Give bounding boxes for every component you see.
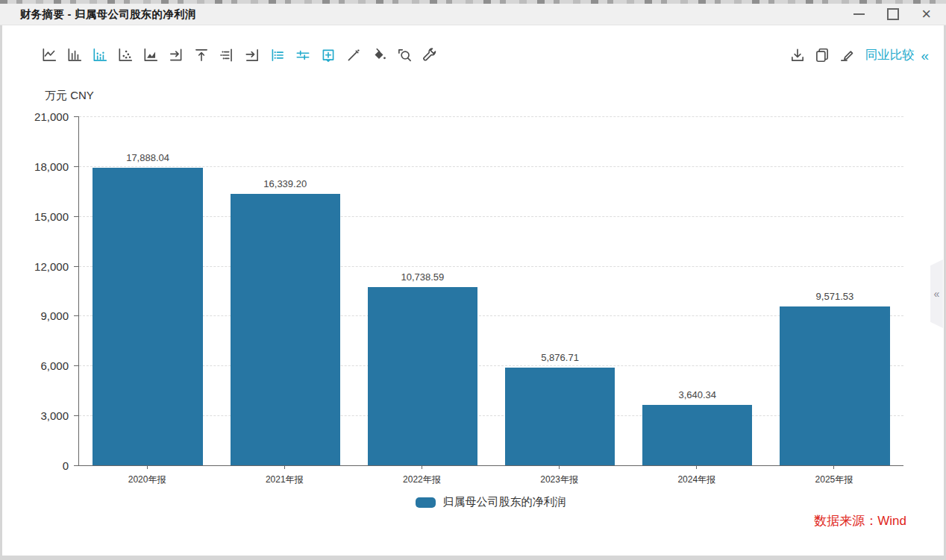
x-axis-label: 2022年报 [353,474,490,486]
y-axis-tick [74,266,78,267]
bar-value-label: 16,339.20 [216,178,354,189]
bar-value-label: 10,738.59 [354,271,491,283]
x-axis-cell: 2020年报 [78,465,216,486]
toolbar-right-group: 同业比较 « [785,43,929,67]
chart-toolbar: 同业比较 « [37,42,929,69]
toolbar-right-icons [785,43,859,67]
y-axis-tick [74,415,78,416]
y-axis-tick [74,166,78,167]
x-axis-tick [559,465,560,469]
scatter-chart-icon[interactable] [113,43,138,67]
bar-value-label: 3,640.34 [629,389,766,400]
bar-2025年报[interactable] [780,306,889,465]
x-axis-cell: 2021年报 [216,465,353,486]
chart-legend[interactable]: 归属母公司股东的净利润 [78,495,903,509]
bar-2021年报[interactable] [231,194,340,465]
window-controls: × [853,8,931,20]
x-axis: 2020年报2021年报2022年报2023年报2024年报2025年报 [78,465,903,486]
x-axis-label: 2024年报 [628,474,765,486]
copy-icon[interactable] [809,43,834,67]
shift-right-icon[interactable] [163,43,189,67]
maximize-button[interactable] [887,8,899,20]
download-icon[interactable] [785,43,809,67]
x-axis-tick [833,465,834,469]
bar-chart-icon[interactable] [62,43,87,67]
bar-value-label: 9,571.53 [766,291,903,302]
y-axis-label: 0 [3,459,69,472]
side-panel-expand-handle[interactable]: « [930,259,943,328]
bar-value-label: 17,888.04 [79,152,216,163]
legend-label: 归属母公司股东的净利润 [443,495,566,509]
x-axis-cell: 2023年报 [491,465,628,486]
axis-ticks-icon[interactable] [290,43,316,67]
shift-top-icon[interactable] [189,43,214,67]
y-axis-tick [74,116,78,117]
x-axis-cell: 2025年报 [765,465,903,486]
toolbar-left-group [37,43,442,67]
bar-2023年报[interactable] [505,368,615,465]
settings-wrench-icon[interactable] [417,43,442,67]
gridline [79,166,903,167]
draw-line-icon[interactable] [341,43,366,67]
title-bar: 财务摘要 - 归属母公司股东的净利润 × [0,4,946,25]
x-axis-cell: 2024年报 [628,465,765,486]
expand-chevron-icon: « [934,288,940,300]
fill-color-icon[interactable] [366,43,392,67]
x-axis-label: 2025年报 [765,474,903,486]
line-chart-icon[interactable] [37,43,62,67]
x-axis-label: 2021年报 [216,474,353,486]
toolbar-collapse-chevron-icon[interactable]: « [921,48,929,63]
x-axis-tick [696,465,697,469]
x-axis-tick [284,465,285,469]
zoom-area-icon[interactable] [392,43,417,67]
bar-chart-plot-area: 21,00018,00015,00012,0009,0006,0003,0000… [78,116,903,466]
area-chart-icon[interactable] [138,43,163,67]
x-axis-cell: 2022年报 [353,465,490,486]
data-source-note: 数据来源：Wind [814,512,906,529]
x-axis-label: 2023年报 [491,474,628,486]
peer-comparison-button[interactable]: 同业比较 [865,47,914,63]
y-axis-label: 9,000 [3,309,69,322]
bar-2020年报[interactable] [93,168,202,465]
y-axis-label: 6,000 [3,359,69,372]
y-axis-tick [74,365,78,366]
x-axis-tick [422,465,422,469]
legend-swatch [416,497,436,508]
gridline [79,116,903,117]
axis-label-settings-icon[interactable] [214,43,239,67]
y-axis-label: 15,000 [3,210,69,222]
x-axis-label: 2020年报 [78,474,216,486]
y-axis-tick [74,315,78,316]
gridline [79,216,903,217]
y-axis-label: 21,000 [3,110,69,123]
bar-dot-chart-icon[interactable] [87,43,113,67]
bar-value-label: 5,876.71 [492,352,629,363]
legend-list-icon[interactable] [265,43,290,67]
y-axis-tick [74,216,78,217]
shift-end-icon[interactable] [239,43,265,67]
y-axis-label: 3,000 [3,409,69,422]
y-axis-label: 18,000 [3,160,69,172]
x-axis-tick [147,465,148,469]
gridline [79,266,903,267]
bar-2024年报[interactable] [642,405,752,465]
close-button[interactable]: × [921,9,931,19]
y-axis-label: 12,000 [3,259,69,272]
minimize-button[interactable] [853,13,865,15]
add-box-icon[interactable] [316,43,341,67]
edit-icon[interactable] [834,43,859,67]
bar-2022年报[interactable] [368,287,477,465]
window-title: 财务摘要 - 归属母公司股东的净利润 [20,7,196,22]
window-content: 同业比较 « 万元 CNY 21,00018,00015,00012,0009,… [2,25,944,556]
y-axis-unit-label: 万元 CNY [45,89,94,103]
